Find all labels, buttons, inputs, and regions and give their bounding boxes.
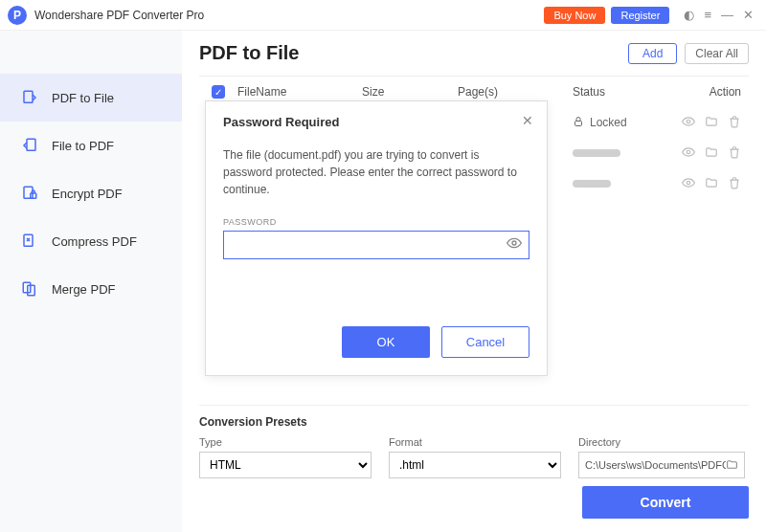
dialog-message: The file (document.pdf) you are trying t… (223, 146, 529, 198)
sidebar-item-pdf-to-file[interactable]: PDF to File (0, 74, 182, 122)
folder-icon[interactable] (705, 145, 718, 162)
col-action: Action (668, 85, 749, 99)
encrypt-icon (19, 183, 40, 204)
delete-icon[interactable] (728, 176, 741, 192)
select-all-checkbox[interactable]: ✓ (199, 85, 237, 99)
dialog-close-icon[interactable]: ✕ (522, 113, 533, 128)
presets-title: Conversion Presets (199, 415, 749, 429)
sidebar-item-label: Merge PDF (52, 282, 115, 297)
sidebar: PDF to File File to PDF Encrypt PDF Comp… (0, 31, 182, 532)
sidebar-item-label: PDF to File (52, 91, 114, 105)
svg-rect-1 (27, 139, 35, 150)
col-pages: Page(s) (458, 85, 573, 99)
folder-icon[interactable] (705, 115, 718, 131)
help-icon[interactable]: ◐ (684, 8, 694, 22)
sidebar-item-encrypt-pdf[interactable]: Encrypt PDF (0, 169, 182, 217)
preview-icon[interactable] (682, 145, 695, 162)
compress-icon (19, 231, 40, 252)
delete-icon[interactable] (728, 115, 741, 131)
delete-icon[interactable] (728, 145, 741, 162)
pdf-to-file-icon (19, 87, 40, 108)
svg-point-9 (687, 150, 690, 154)
directory-label: Directory (578, 436, 745, 448)
sidebar-item-merge-pdf[interactable]: Merge PDF (0, 265, 182, 313)
close-icon[interactable]: ✕ (743, 8, 754, 22)
content-header: PDF to File Add Clear All (199, 42, 749, 64)
type-select[interactable]: HTML (199, 452, 372, 478)
sidebar-item-label: Encrypt PDF (52, 187, 123, 201)
svg-point-11 (512, 241, 516, 245)
minimize-icon[interactable]: — (721, 8, 733, 22)
dialog-title: Password Required (223, 115, 529, 129)
cancel-button[interactable]: Cancel (441, 326, 529, 358)
app-logo: P (8, 6, 27, 25)
svg-rect-7 (575, 121, 582, 125)
titlebar: P Wondershare PDF Converter Pro Buy Now … (0, 0, 766, 31)
svg-point-8 (687, 120, 690, 123)
buy-now-button[interactable]: Buy Now (544, 7, 605, 24)
sidebar-item-label: Compress PDF (52, 234, 137, 249)
ok-button[interactable]: OK (342, 326, 430, 358)
folder-icon[interactable] (705, 176, 718, 192)
status-placeholder (573, 180, 611, 188)
add-button[interactable]: Add (628, 43, 677, 64)
format-label: Format (389, 436, 561, 448)
lock-icon (573, 116, 584, 130)
preview-icon[interactable] (682, 176, 695, 192)
page-title: PDF to File (199, 42, 628, 64)
col-status: Status (573, 85, 668, 99)
show-password-icon[interactable] (507, 235, 522, 255)
app-title: Wondershare PDF Converter Pro (34, 9, 544, 22)
merge-icon (19, 278, 40, 299)
directory-field[interactable]: C:\Users\ws\Documents\PDFConvert (578, 452, 745, 478)
conversion-presets: Conversion Presets Type HTML Format .htm… (199, 405, 749, 532)
sidebar-item-compress-pdf[interactable]: Compress PDF (0, 217, 182, 265)
sidebar-item-file-to-pdf[interactable]: File to PDF (0, 122, 182, 169)
menu-icon[interactable]: ≡ (704, 8, 711, 22)
status-text: Locked (590, 116, 627, 129)
register-button[interactable]: Register (611, 7, 669, 24)
status-placeholder (573, 149, 620, 157)
svg-point-10 (687, 181, 690, 185)
clear-all-button[interactable]: Clear All (685, 43, 749, 64)
format-select[interactable]: .html (389, 452, 561, 478)
sidebar-item-label: File to PDF (52, 139, 114, 153)
preview-icon[interactable] (682, 115, 695, 131)
col-filename: FileName (237, 85, 362, 99)
password-input[interactable] (223, 231, 529, 259)
svg-rect-0 (24, 91, 33, 102)
convert-button[interactable]: Convert (582, 486, 749, 519)
browse-folder-icon[interactable] (726, 458, 738, 473)
password-label: PASSWORD (223, 217, 529, 227)
col-size: Size (362, 85, 458, 99)
file-to-pdf-icon (19, 135, 40, 156)
password-dialog: Password Required ✕ The file (document.p… (205, 100, 548, 376)
type-label: Type (199, 436, 372, 448)
